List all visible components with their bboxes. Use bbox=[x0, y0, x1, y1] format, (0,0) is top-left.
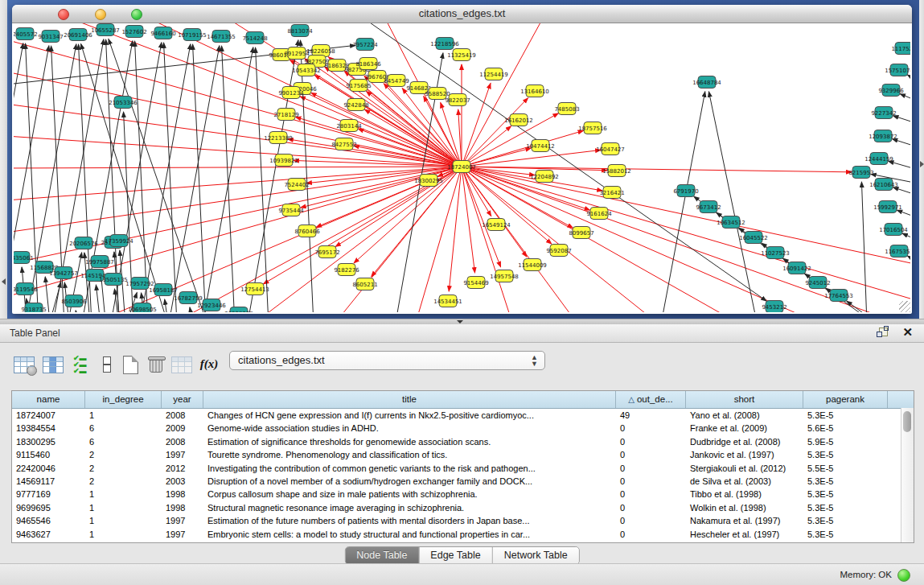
edge[interactable] bbox=[107, 43, 162, 312]
table-cell[interactable]: 2003 bbox=[162, 475, 203, 488]
table-cell[interactable]: 9777169 bbox=[12, 488, 85, 501]
edge[interactable] bbox=[892, 139, 910, 147]
network-node[interactable]: 1527602 bbox=[121, 26, 146, 38]
network-node[interactable]: 11254419 bbox=[479, 68, 508, 80]
table-cell[interactable]: 1 bbox=[85, 528, 162, 541]
edge[interactable] bbox=[907, 75, 910, 81]
network-node[interactable]: 14671355 bbox=[207, 31, 236, 43]
edge[interactable] bbox=[889, 161, 910, 170]
network-node[interactable]: 12204892 bbox=[530, 171, 559, 183]
network-node[interactable]: 13164610 bbox=[520, 85, 549, 97]
network-node[interactable]: 9161624 bbox=[586, 208, 612, 220]
network-node[interactable]: 9673412 bbox=[696, 201, 721, 213]
network-node[interactable]: 20691406 bbox=[64, 29, 92, 41]
edge[interactable] bbox=[14, 167, 462, 233]
edge[interactable] bbox=[462, 167, 910, 265]
table-cell[interactable]: Stergiakouli et al. (2012) bbox=[686, 462, 803, 475]
table-cell[interactable]: Nakamura et al. (1997) bbox=[686, 514, 803, 527]
edge[interactable] bbox=[861, 182, 868, 312]
close-panel-icon[interactable]: ✕ bbox=[902, 326, 913, 339]
table-cell[interactable]: 9463627 bbox=[12, 528, 85, 541]
table-cell[interactable]: 6 bbox=[85, 422, 162, 435]
table-cell[interactable]: Changes of HCN gene expression and I(f) … bbox=[203, 409, 616, 422]
edit-attributes-icon[interactable]: ✔▬ ✔▬ ✔▬ bbox=[71, 353, 93, 376]
table-cell[interactable]: 5.3E-5 bbox=[803, 448, 888, 461]
network-node[interactable]: 16210643 bbox=[869, 179, 898, 191]
network-node[interactable]: 8813074 bbox=[287, 25, 313, 37]
edge[interactable] bbox=[462, 167, 852, 172]
table-cell[interactable]: 2008 bbox=[162, 435, 203, 448]
network-node[interactable]: 12218596 bbox=[430, 38, 459, 50]
table-cell[interactable]: 5.3E-5 bbox=[803, 501, 888, 514]
table-cell[interactable]: 5.6E-5 bbox=[803, 422, 888, 435]
table-cell[interactable]: 2012 bbox=[162, 462, 203, 475]
network-node[interactable]: 16047427 bbox=[596, 143, 625, 155]
column-header-in_degree[interactable]: in_degree bbox=[85, 391, 162, 408]
table-cell[interactable]: 0 bbox=[616, 462, 686, 475]
table-cell[interactable]: 6 bbox=[85, 435, 162, 448]
table-cell[interactable]: 5.3E-5 bbox=[803, 488, 888, 501]
citation-network-graph[interactable]: 1872400798601238912954182260589827509818… bbox=[14, 23, 910, 312]
network-node[interactable]: 7524402 bbox=[284, 179, 309, 191]
network-node[interactable]: 8099657 bbox=[569, 227, 593, 239]
network-node[interactable]: 15882012 bbox=[602, 165, 631, 177]
table-cell[interactable]: Hescheler et al. (1997) bbox=[686, 528, 803, 541]
table-cell[interactable]: Embryonic stem cells: a model to study s… bbox=[203, 528, 616, 541]
table-selector-dropdown[interactable]: citations_edges.txt ▲▼ bbox=[229, 351, 545, 370]
table-row[interactable]: 946362711997Embryonic stem cells: a mode… bbox=[12, 528, 914, 541]
table-cell[interactable]: Jankovic et al. (1997) bbox=[686, 448, 803, 461]
table-row[interactable]: 946554611997Estimation of the future num… bbox=[12, 514, 914, 527]
table-cell[interactable]: 0 bbox=[616, 422, 686, 435]
network-node[interactable]: 8427552 bbox=[331, 138, 356, 150]
network-node[interactable]: 7514248 bbox=[242, 32, 267, 44]
table-row[interactable]: 1872400712008Changes of HCN gene express… bbox=[12, 409, 914, 422]
edge[interactable] bbox=[907, 256, 910, 262]
table-row[interactable]: 977716911998Corpus callosum shape and si… bbox=[12, 488, 914, 501]
table-cell[interactable]: Genome-wide association studies in ADHD. bbox=[203, 422, 616, 435]
edge[interactable] bbox=[106, 39, 120, 312]
network-node[interactable]: 8503906 bbox=[61, 295, 87, 307]
table-cell[interactable]: 0 bbox=[616, 488, 686, 501]
right-panel-strip[interactable] bbox=[918, 0, 924, 319]
table-cell[interactable]: 1997 bbox=[162, 448, 203, 461]
table-row[interactable]: 911546021997Tourette syndrome. Phenomeno… bbox=[12, 448, 914, 461]
table-cell[interactable]: 49 bbox=[616, 409, 686, 422]
table-row[interactable]: 1456911722003Disruption of a novel membe… bbox=[12, 475, 914, 488]
network-node[interactable]: 7695172 bbox=[314, 246, 339, 258]
network-node[interactable]: 2405572 bbox=[14, 28, 38, 40]
scrollbar-thumb[interactable] bbox=[903, 411, 911, 432]
edge[interactable] bbox=[900, 94, 910, 101]
network-node[interactable]: 7485083 bbox=[554, 103, 579, 115]
table-cell[interactable]: Dudbridge et al. (2008) bbox=[686, 435, 803, 448]
edge[interactable] bbox=[462, 130, 583, 167]
network-node[interactable]: 9435061 bbox=[14, 252, 34, 264]
table-settings-icon[interactable] bbox=[13, 353, 35, 376]
network-node[interactable]: 11325419 bbox=[447, 49, 476, 61]
table-cell[interactable]: Investigating the contribution of common… bbox=[203, 462, 616, 475]
edge[interactable] bbox=[244, 40, 298, 312]
new-table-icon[interactable] bbox=[119, 353, 142, 376]
network-node[interactable]: 6791970 bbox=[673, 185, 698, 197]
edge[interactable] bbox=[462, 98, 528, 167]
network-node[interactable]: 9182276 bbox=[334, 264, 359, 276]
edge[interactable] bbox=[462, 167, 577, 312]
column-header-short[interactable]: short bbox=[686, 391, 803, 408]
network-node[interactable]: 9329966 bbox=[878, 84, 904, 97]
select-column-icon[interactable] bbox=[42, 353, 64, 376]
table-cell[interactable]: 14569117 bbox=[12, 475, 85, 488]
tab-edge-table[interactable]: Edge Table bbox=[419, 547, 492, 564]
edge[interactable] bbox=[165, 46, 220, 312]
table-cell[interactable]: 1998 bbox=[162, 488, 203, 501]
table-cell[interactable]: Franke et al. (2009) bbox=[686, 422, 803, 435]
edge[interactable] bbox=[193, 44, 207, 312]
edge[interactable] bbox=[902, 233, 910, 241]
table-cell[interactable]: Tibbo et al. (1998) bbox=[686, 488, 803, 501]
table-cell[interactable]: 0 bbox=[616, 475, 686, 488]
table-cell[interactable]: 5.3E-5 bbox=[803, 528, 888, 541]
table-cell[interactable]: 5.3E-5 bbox=[803, 409, 888, 422]
edge[interactable] bbox=[135, 41, 149, 312]
table-row[interactable]: 2242004622012Investigating the contribut… bbox=[12, 462, 914, 475]
edge[interactable] bbox=[300, 97, 462, 167]
network-node[interactable]: 20206576 bbox=[69, 237, 98, 249]
network-node[interactable]: 16045522 bbox=[739, 232, 768, 244]
